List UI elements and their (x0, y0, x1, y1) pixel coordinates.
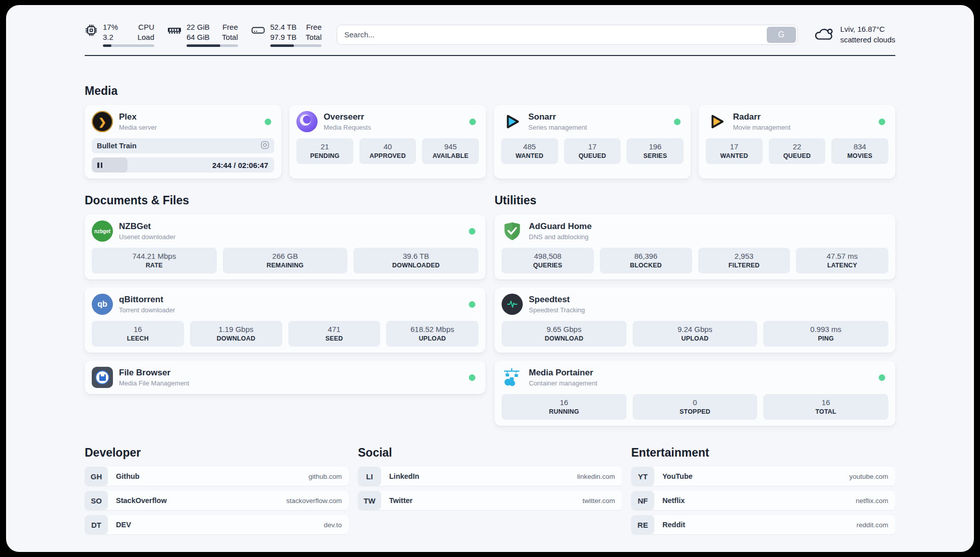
bookmark-domain: linkedin.com (577, 473, 622, 480)
playback-progress-bar: 24:44 / 02:06:47 (92, 157, 274, 173)
stat-tile: 16TOTAL (763, 394, 888, 420)
dashboard: 17% 3.2 CPU Load (6, 5, 974, 552)
bookmark-name: Reddit (662, 521, 685, 529)
cpu-progress-bar (103, 44, 154, 47)
app-card-portainer[interactable]: Media Portainer Container management 16R… (495, 361, 895, 426)
now-playing-session-icon (261, 141, 269, 151)
app-card-radarr[interactable]: Radarr Movie management 17WANTED 22QUEUE… (699, 105, 895, 179)
bookmark-twitter[interactable]: TW Twitter twitter.com (358, 491, 622, 510)
app-card-adguard[interactable]: AdGuard Home DNS and adblocking 498,508Q… (495, 214, 895, 280)
status-online-dot (674, 119, 681, 125)
scattered-clouds-icon (813, 25, 834, 44)
app-card-overseerr[interactable]: Overseerr Media Requests 21PENDING 40APP… (289, 105, 486, 179)
stat-tile: 22QUEUED (769, 138, 826, 164)
stat-tile: 618.52 MbpsUPLOAD (386, 321, 478, 347)
bookmark-abbr: RE (631, 515, 654, 534)
bookmark-name: StackOverflow (116, 496, 167, 505)
adguard-icon (502, 220, 523, 242)
section-title-media: Media (85, 84, 895, 98)
weather-location: Lviv, 16.87°C (840, 24, 895, 34)
app-title: Media Portainer (529, 368, 873, 378)
bookmark-name: Netflix (662, 496, 685, 505)
weather-condition: scattered clouds (840, 35, 895, 45)
section-title-utilities: Utilities (495, 194, 895, 207)
status-online-dot (879, 374, 885, 381)
app-card-qbittorrent[interactable]: qb qBittorrent Torrent downloader 16LEEC… (85, 288, 485, 353)
now-playing-row: Bullet Train (92, 138, 274, 153)
bookmark-reddit[interactable]: RE Reddit reddit.com (631, 515, 895, 534)
status-online-dot (469, 228, 475, 235)
app-subtitle: Container management (529, 379, 873, 387)
search-engine-button[interactable]: G (767, 27, 796, 43)
bookmark-netflix[interactable]: NF Netflix netflix.com (631, 491, 895, 510)
cpu-icon (85, 22, 98, 39)
bookmark-domain: github.com (309, 473, 349, 480)
stat-tile: 47.57 msLATENCY (796, 248, 888, 273)
app-subtitle: Media server (119, 124, 259, 131)
bookmark-abbr: NF (631, 491, 654, 510)
bookmark-github[interactable]: GH Github github.com (85, 467, 349, 486)
app-title: Plex (119, 112, 259, 122)
app-subtitle: Usenet downloader (119, 233, 463, 241)
stat-tile: 196SERIES (627, 138, 684, 164)
weather-widget[interactable]: Lviv, 16.87°C scattered clouds (813, 24, 895, 45)
app-subtitle: DNS and adblocking (529, 233, 888, 241)
stat-tile: 9.24 GbpsUPLOAD (633, 321, 758, 347)
status-online-dot (469, 301, 475, 308)
stat-tile: 2,953FILTERED (698, 248, 790, 273)
ram-icon (167, 22, 181, 39)
app-card-nzbget[interactable]: nzbget NZBGet Usenet downloader 744.21 M… (85, 214, 485, 280)
stat-tile: 21PENDING (296, 138, 353, 164)
section-title-documents: Documents & Files (85, 194, 485, 207)
app-title: Radarr (733, 112, 873, 122)
bookmark-group-social: Social LI LinkedIn linkedin.com TW Twitt… (358, 446, 622, 510)
bookmark-stackoverflow[interactable]: SO StackOverflow stackoverflow.com (85, 491, 349, 510)
bookmark-abbr: YT (631, 467, 654, 486)
ram-free-value: 22 GiB (187, 22, 210, 32)
stat-tile: 945AVAILABLE (422, 138, 479, 164)
ram-stat: 22 GiB 64 GiB Free Total (167, 22, 238, 47)
bookmark-domain: reddit.com (856, 521, 895, 529)
app-card-filebrowser[interactable]: File Browser Media File Management (85, 361, 485, 394)
status-online-dot (469, 119, 476, 125)
stat-tile: 834MOVIES (831, 138, 888, 164)
header-divider (85, 55, 895, 56)
bookmark-youtube[interactable]: YT YouTube youtube.com (631, 467, 895, 486)
bookmark-abbr: DT (85, 515, 108, 534)
section-title-social: Social (358, 446, 622, 460)
bookmark-dev[interactable]: DT DEV dev.to (85, 515, 349, 534)
bookmark-abbr: GH (85, 467, 108, 486)
search-input[interactable] (337, 25, 798, 45)
stat-tile: 498,508QUERIES (502, 248, 594, 273)
section-title-developer: Developer (85, 446, 349, 460)
filebrowser-icon (92, 367, 113, 388)
stat-tile: 17QUEUED (564, 138, 621, 164)
top-bar: 17% 3.2 CPU Load (85, 5, 895, 47)
bookmark-domain: stackoverflow.com (286, 497, 349, 505)
section-title-entertainment: Entertainment (631, 446, 895, 460)
qbittorrent-icon: qb (92, 294, 113, 315)
bookmark-abbr: SO (85, 491, 108, 510)
stat-tile: 39.6 TBDOWNLOADED (353, 248, 478, 273)
disk-icon (251, 22, 265, 39)
stat-tile: 1.19 GbpsDOWNLOAD (190, 321, 282, 347)
bookmark-domain: dev.to (324, 521, 349, 529)
app-title: Overseerr (324, 112, 463, 122)
pause-icon (97, 162, 102, 168)
app-card-sonarr[interactable]: Sonarr Series management 485WANTED 17QUE… (494, 105, 691, 179)
bookmark-domain: twitter.com (582, 497, 622, 505)
app-subtitle: Series management (528, 124, 668, 131)
bookmark-linkedin[interactable]: LI LinkedIn linkedin.com (358, 467, 622, 486)
bookmark-name: Github (116, 472, 140, 480)
plex-icon: ❯ (92, 111, 113, 132)
app-subtitle: Torrent downloader (119, 306, 463, 314)
speedtest-icon (502, 294, 523, 315)
app-card-plex[interactable]: ❯ Plex Media server Bullet Train (85, 105, 281, 179)
app-card-speedtest[interactable]: Speedtest Speedtest Tracking 9.65 GbpsDO… (495, 288, 895, 353)
ram-free-label: Free (222, 22, 238, 32)
app-title: NZBGet (119, 221, 463, 232)
bookmark-domain: youtube.com (849, 473, 895, 480)
search-bar: G (337, 25, 798, 45)
system-stats: 17% 3.2 CPU Load (85, 22, 322, 47)
app-title: File Browser (119, 368, 463, 378)
